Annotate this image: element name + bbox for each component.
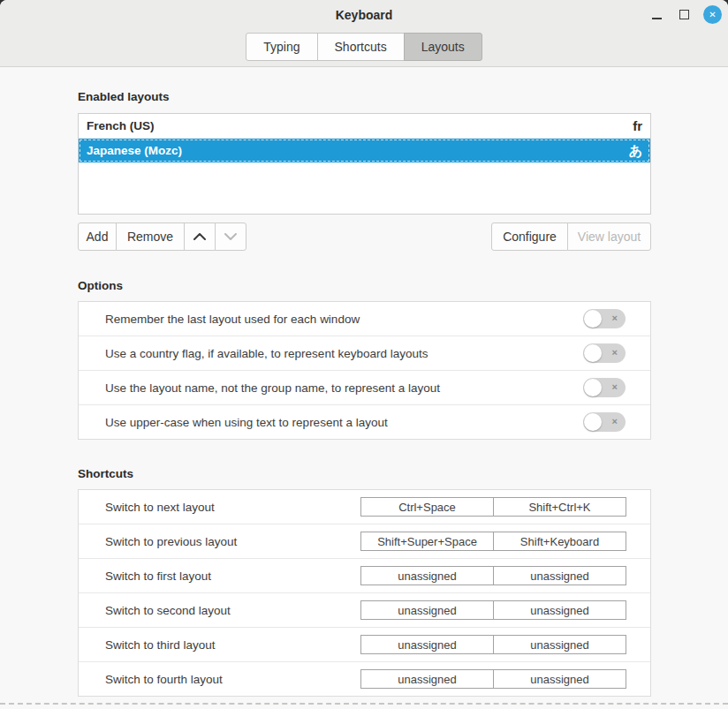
layout-name: Japanese (Mozc) [87,144,182,157]
shortcut-row-second-layout: Switch to second layout unassigned unass… [79,593,650,628]
layout-indicator-ja: あ [629,144,642,157]
chevron-down-icon [224,233,237,240]
shortcut-bindings: unassigned unassigned [360,669,626,689]
shortcut-label: Switch to previous layout [105,535,237,548]
configure-label: Configure [503,230,557,244]
toggle-knob [584,344,602,362]
toggle-knob [584,413,602,431]
toggle-off-icon: × [612,417,618,426]
window-title: Keyboard [336,8,393,22]
binding-cell-1[interactable]: Ctrl+Space [360,497,494,517]
shortcut-label: Switch to next layout [105,501,215,514]
binding-cell-2[interactable]: Shift+Keyboard [493,532,626,551]
minimize-button[interactable] [648,7,664,23]
layout-row-french[interactable]: French (US) fr [79,114,650,139]
add-label: Add [87,230,109,244]
binding-cell-1[interactable]: unassigned [360,566,494,585]
tab-shortcuts[interactable]: Shortcuts [317,33,405,61]
enabled-layouts-heading: Enabled layouts [78,67,651,103]
option-label: Use a country flag, if available, to rep… [105,347,428,360]
shortcut-label: Switch to second layout [105,604,231,617]
tab-layouts-label: Layouts [421,40,465,54]
option-label: Use upper-case when using text to repres… [105,416,388,429]
view-layout-label: View layout [578,230,641,244]
layout-indicator-fr: fr [633,119,642,132]
layout-row-japanese[interactable]: Japanese (Mozc) あ [79,139,650,162]
binding-cell-2[interactable]: unassigned [493,635,626,654]
toggle-knob [584,379,602,396]
binding-cell-1[interactable]: unassigned [360,600,494,620]
minimize-icon [652,18,662,19]
window-controls: ✕ [648,0,722,29]
option-row-upper-case: Use upper-case when using text to repres… [79,405,650,439]
shortcut-row-fourth-layout: Switch to fourth layout unassigned unass… [79,662,650,696]
binding-cell-2[interactable]: unassigned [493,600,626,620]
tab-typing[interactable]: Typing [246,33,317,61]
shortcut-label: Switch to fourth layout [105,673,223,686]
move-layout-down-button[interactable] [215,223,246,251]
binding-cell-1[interactable]: Shift+Super+Space [360,532,494,551]
option-row-remember-layout: Remember the last layout used for each w… [79,302,650,336]
toggle-off-icon: × [612,348,618,358]
binding-cell-1[interactable]: unassigned [360,669,494,689]
upper-case-toggle[interactable]: × [583,412,626,432]
shortcut-label: Switch to first layout [105,569,211,583]
option-row-layout-name: Use the layout name, not the group name,… [79,371,650,405]
shortcut-label: Switch to third layout [105,638,216,652]
remember-layout-toggle[interactable]: × [583,309,626,328]
window-resize-edge[interactable] [0,703,728,705]
tab-layouts[interactable]: Layouts [404,33,482,61]
titlebar[interactable]: Keyboard ✕ [0,0,728,29]
shortcut-bindings: Ctrl+Space Shift+Ctrl+K [360,497,626,517]
shortcut-row-previous-layout: Switch to previous layout Shift+Super+Sp… [79,524,650,559]
layout-name: French (US) [87,119,155,132]
shortcut-bindings: unassigned unassigned [360,600,626,620]
binding-cell-1[interactable]: unassigned [360,635,494,654]
tab-strip: Typing Shortcuts Layouts [0,29,728,61]
shortcuts-panel: Switch to next layout Ctrl+Space Shift+C… [78,489,651,697]
close-button[interactable]: ✕ [703,5,722,24]
maximize-icon [679,10,689,19]
shortcut-row-third-layout: Switch to third layout unassigned unassi… [79,628,650,662]
binding-cell-2[interactable]: Shift+Ctrl+K [493,497,626,517]
country-flag-toggle[interactable]: × [583,343,626,363]
close-icon: ✕ [709,10,716,19]
move-layout-up-button[interactable] [184,223,216,251]
option-label: Remember the last layout used for each w… [105,313,360,326]
tab-shortcuts-label: Shortcuts [335,40,387,54]
shortcut-row-first-layout: Switch to first layout unassigned unassi… [79,559,650,593]
options-panel: Remember the last layout used for each w… [78,301,651,440]
tab-typing-label: Typing [263,40,300,54]
view-layout-button[interactable]: View layout [567,223,651,251]
shortcut-row-next-layout: Switch to next layout Ctrl+Space Shift+C… [79,490,650,524]
option-label: Use the layout name, not the group name,… [105,381,440,395]
shortcut-bindings: unassigned unassigned [360,635,626,654]
configure-button[interactable]: Configure [491,223,568,251]
shortcuts-heading: Shortcuts [78,467,651,480]
shortcut-bindings: unassigned unassigned [360,566,626,585]
remove-label: Remove [127,230,173,244]
option-row-country-flag: Use a country flag, if available, to rep… [79,336,650,371]
shortcut-bindings: Shift+Super+Space Shift+Keyboard [360,532,626,551]
toggle-off-icon: × [612,382,618,392]
binding-cell-2[interactable]: unassigned [493,566,626,585]
enabled-layouts-list: French (US) fr Japanese (Mozc) あ [78,113,651,215]
window-chrome: Keyboard ✕ Typing Shortcuts Lay [0,0,728,67]
layout-actions: Add Remove Configure View layout [78,223,651,251]
add-layout-button[interactable]: Add [78,223,117,251]
layout-name-toggle[interactable]: × [583,378,626,397]
binding-cell-2[interactable]: unassigned [493,669,626,689]
layouts-page: Enabled layouts French (US) fr Japanese … [78,67,651,697]
remove-layout-button[interactable]: Remove [116,223,185,251]
toggle-off-icon: × [612,313,618,323]
options-heading: Options [78,279,651,292]
chevron-up-icon [193,233,206,240]
maximize-button[interactable] [676,7,692,23]
toggle-knob [584,310,602,328]
keyboard-settings-window: Keyboard ✕ Typing Shortcuts Lay [0,0,728,709]
